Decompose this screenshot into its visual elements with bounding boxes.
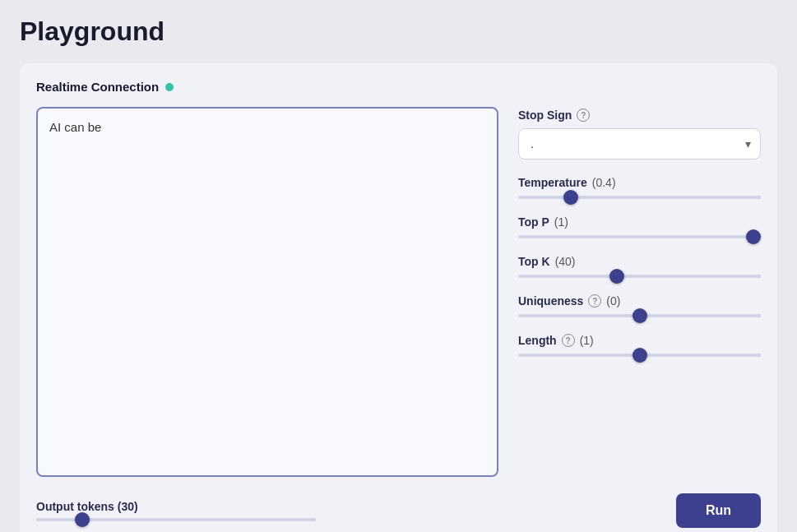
uniqueness-help-icon[interactable]: ? xyxy=(588,294,601,308)
run-button[interactable]: Run xyxy=(676,493,761,528)
stop-sign-label: Stop Sign ? xyxy=(518,109,761,122)
main-card: Realtime Connection AI can be Stop Sign … xyxy=(20,63,777,532)
content-row: AI can be Stop Sign ? . \n None ▾ xyxy=(36,107,761,480)
stop-sign-select-wrapper: . \n None ▾ xyxy=(518,128,761,160)
stop-sign-help-icon[interactable]: ? xyxy=(577,109,590,122)
length-label: Length ? (1) xyxy=(518,334,761,347)
realtime-label: Realtime Connection xyxy=(36,80,159,94)
temperature-group: Temperature (0.4) xyxy=(518,176,761,199)
output-tokens-label: Output tokens (30) xyxy=(36,500,316,513)
top-k-value: (40) xyxy=(555,255,576,268)
top-p-label: Top P (1) xyxy=(518,215,761,229)
prompt-textarea[interactable]: AI can be xyxy=(36,107,498,477)
temperature-value: (0.4) xyxy=(592,176,616,189)
top-k-label: Top K (40) xyxy=(518,255,761,268)
realtime-header: Realtime Connection xyxy=(36,80,761,94)
status-indicator xyxy=(165,83,174,91)
stop-sign-group: Stop Sign ? . \n None ▾ xyxy=(518,109,761,160)
page-title: Playground xyxy=(20,16,777,47)
top-p-value: (1) xyxy=(554,215,568,229)
textarea-wrapper: AI can be xyxy=(36,107,498,480)
controls-panel: Stop Sign ? . \n None ▾ Temperature (0.4… xyxy=(518,107,761,357)
length-group: Length ? (1) xyxy=(518,334,761,357)
run-button-wrapper: Run xyxy=(676,493,761,528)
uniqueness-value: (0) xyxy=(606,294,620,308)
uniqueness-group: Uniqueness ? (0) xyxy=(518,294,761,317)
temperature-label: Temperature (0.4) xyxy=(518,176,761,189)
top-p-group: Top P (1) xyxy=(518,215,761,238)
top-k-group: Top K (40) xyxy=(518,255,761,278)
output-tokens-slider[interactable] xyxy=(36,518,316,521)
length-help-icon[interactable]: ? xyxy=(562,334,575,347)
temperature-slider[interactable] xyxy=(518,196,761,199)
top-p-slider[interactable] xyxy=(518,235,761,238)
length-value: (1) xyxy=(580,334,594,347)
uniqueness-label: Uniqueness ? (0) xyxy=(518,294,761,308)
top-k-slider[interactable] xyxy=(518,275,761,278)
uniqueness-slider[interactable] xyxy=(518,314,761,317)
bottom-row: Output tokens (30) Run xyxy=(36,493,761,528)
length-slider[interactable] xyxy=(518,354,761,357)
stop-sign-select[interactable]: . \n None xyxy=(518,128,761,160)
output-tokens-section: Output tokens (30) xyxy=(36,500,316,521)
